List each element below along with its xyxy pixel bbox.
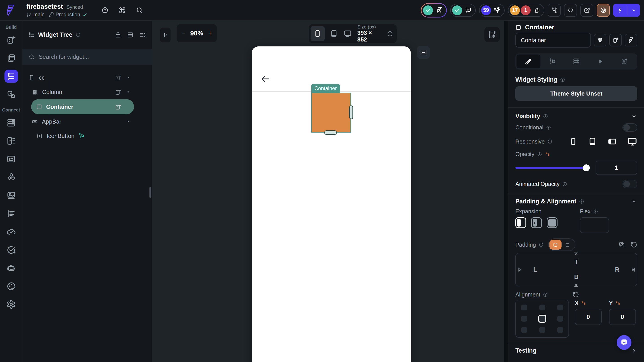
view-code-button[interactable] [564,4,577,17]
nav-tests[interactable] [4,243,18,256]
alignment-reset-icon[interactable] [572,291,579,298]
tree-row-column[interactable]: Column [22,85,152,99]
add-widget-icon[interactable] [115,89,122,95]
info-icon[interactable] [543,292,548,297]
design-canvas[interactable]: − 90% + Size (px) 393 × 852 Container [152,21,504,362]
chevron-down-icon[interactable] [631,113,637,120]
theme-gem-button[interactable] [594,34,606,47]
padding-left-field[interactable]: L [533,266,537,273]
responsive-phone-icon[interactable] [569,138,577,146]
flutterflow-actions-button[interactable] [625,34,637,47]
info-icon[interactable] [593,209,598,214]
ai-review-button[interactable] [421,3,447,18]
align-y-input[interactable] [609,309,636,325]
search-icon[interactable] [136,7,143,14]
padding-bottom-field[interactable]: B [574,274,578,281]
info-icon[interactable] [560,77,565,82]
animated-opacity-toggle[interactable] [622,180,637,188]
run-button[interactable] [613,4,640,17]
align-x-input[interactable] [575,309,602,325]
expansion-flexible-button[interactable] [547,217,558,228]
zoom-out-button[interactable]: − [182,29,186,37]
caret-down-icon[interactable] [126,90,131,94]
nav-data-types[interactable] [4,134,18,147]
nav-cloud-functions[interactable] [4,225,18,238]
padding-bottom-icon[interactable] [574,282,579,287]
info-icon[interactable] [562,182,567,187]
padding-right-icon[interactable] [630,267,636,272]
nav-custom-functions[interactable] [4,207,18,220]
set-from-variable-icon[interactable] [581,300,586,306]
align-center-left[interactable] [521,316,527,322]
chevron-down-icon[interactable] [628,8,640,13]
tab-design[interactable] [516,55,540,68]
widget-search-input[interactable] [39,53,146,60]
padding-left-icon[interactable] [517,267,522,272]
flex-input[interactable] [580,217,609,233]
canvas-scrollbar[interactable] [504,21,508,362]
theme-style-button[interactable]: Theme Style Unset [516,86,637,101]
padding-individual-option[interactable] [550,240,562,250]
align-top-right[interactable] [557,304,563,310]
chevron-down-icon[interactable] [631,198,637,205]
selected-container-widget[interactable] [311,93,351,133]
tree-row-iconbutton[interactable]: IconButton [22,129,152,143]
share-button[interactable] [580,4,593,17]
tab-documentation[interactable] [612,55,636,68]
nav-components[interactable] [4,88,18,101]
branch-manager-button[interactable] [548,4,561,17]
help-icon[interactable] [102,7,108,14]
resize-handle-bottom[interactable] [324,130,337,135]
expansion-none-button[interactable] [516,217,526,228]
align-center-right[interactable] [557,316,563,322]
add-widget-icon[interactable] [115,75,122,81]
phone-preview[interactable]: Container [252,47,411,362]
preview-button[interactable] [597,4,610,17]
nav-add-widget[interactable] [4,34,18,47]
info-icon[interactable] [76,32,81,38]
appbar-quick-button[interactable] [417,46,430,59]
device-desktop-button[interactable] [343,26,352,41]
set-from-variable-icon[interactable] [615,300,621,306]
responsive-tablet-landscape-icon[interactable] [608,137,617,146]
collapse-panel-button[interactable] [160,28,170,42]
environment-name[interactable]: Production [56,12,80,18]
zoom-in-button[interactable]: + [208,29,212,37]
info-icon[interactable] [548,139,552,144]
reset-icon[interactable] [630,241,637,248]
sort-list-icon[interactable] [140,32,146,38]
opacity-slider[interactable] [516,164,590,171]
align-bottom-center[interactable] [539,327,545,333]
info-icon[interactable] [539,242,544,247]
opacity-input[interactable] [596,161,637,175]
nav-settings[interactable] [4,298,18,311]
optimizations-button[interactable]: 59 [479,4,504,17]
set-from-variable-icon[interactable] [545,151,550,157]
info-icon[interactable] [537,152,542,157]
flutterflow-logo[interactable] [0,0,22,21]
command-menu-icon[interactable] [119,7,126,14]
resize-handle-right[interactable] [349,105,353,119]
add-widget-icon[interactable] [115,104,122,110]
align-top-center[interactable] [539,304,545,310]
tree-row-appbar[interactable]: AppBar [22,114,152,129]
expansion-expand-button[interactable]: ‹ [531,217,542,228]
tab-actions[interactable] [540,55,564,68]
widget-search[interactable] [22,49,152,65]
device-phone-button[interactable] [310,26,325,41]
tab-animations[interactable] [588,55,612,68]
nav-database[interactable] [4,116,18,129]
nav-ai-agents[interactable] [4,261,18,274]
chevron-right-icon[interactable] [631,347,637,354]
info-icon[interactable] [387,31,393,37]
info-icon[interactable] [546,125,551,130]
lock-icon[interactable] [115,32,121,38]
project-name[interactable]: firebasetest [26,3,63,10]
tab-backend[interactable] [564,55,588,68]
align-bottom-left[interactable] [521,327,527,333]
conditional-toggle[interactable] [622,123,637,132]
responsive-desktop-icon[interactable] [628,137,637,146]
padding-top-field[interactable]: T [574,259,578,265]
tree-row-container-selected[interactable]: Container [31,99,134,114]
nav-api-calls[interactable] [4,171,18,184]
